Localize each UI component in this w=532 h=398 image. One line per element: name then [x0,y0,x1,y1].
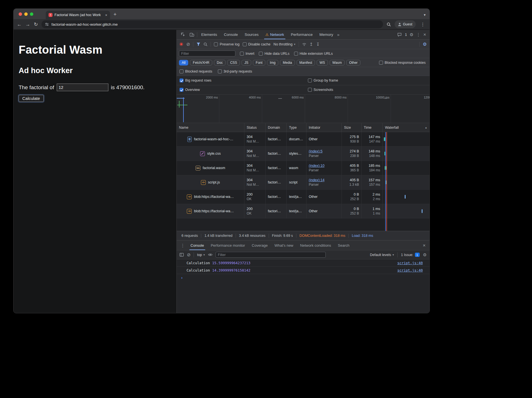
invert-checkbox[interactable]: Invert [240,52,254,56]
guest-profile-badge[interactable]: Guest [395,20,416,28]
filter-funnel-icon[interactable] [196,42,200,46]
tab-search-chevron-icon[interactable]: ▾ [424,13,426,17]
log-levels-dropdown[interactable]: Default levels ▾ [370,253,394,257]
filter-chip[interactable]: Font [253,60,265,65]
devtools-close-icon[interactable]: × [423,32,426,37]
tab-elements[interactable]: Elements [198,30,220,39]
filter-chip[interactable]: Doc [214,60,226,65]
disable-cache-checkbox[interactable]: Disable cache [243,42,271,46]
drawer-tab[interactable]: What's new [271,240,297,250]
calculate-button[interactable]: Calculate [19,95,44,102]
filter-chip[interactable]: All [179,60,188,65]
devtools-menu-icon[interactable]: ⋮ [416,32,421,37]
network-filter-input[interactable] [179,51,235,56]
console-prompt[interactable]: › [177,274,430,281]
filter-chip[interactable]: Img [267,60,278,65]
throttling-dropdown[interactable]: No throttling ▾ [273,42,295,46]
eye-icon[interactable] [208,253,213,256]
console-message[interactable]: Calculation 15.599999964237213 script.js… [177,259,430,267]
tab-sources[interactable]: Sources [242,30,262,39]
table-row[interactable]: blob:https://factorial-wa… 200 OK factor… [177,204,430,218]
console-sidebar-icon[interactable] [179,253,184,257]
record-button[interactable] [179,42,183,46]
column-header-domain[interactable]: Domain [266,123,287,132]
filter-chip[interactable]: JS [242,60,251,65]
drawer-menu-icon[interactable]: ⋮ [178,243,187,248]
console-message[interactable]: Calculation 14.399999976158142 script.js… [177,267,430,274]
zoom-icon[interactable] [387,22,391,27]
table-row[interactable]: blob:https://factorial-wa… 200 OK factor… [177,190,430,204]
drawer-close-icon[interactable]: × [423,243,428,248]
tab-close-icon[interactable]: × [104,13,108,17]
filter-chip[interactable]: WS [317,60,328,65]
filter-chip[interactable]: Fetch/XHR [190,60,212,65]
blocked-requests-checkbox[interactable]: Blocked requests [179,69,212,73]
network-settings-icon[interactable]: ⚙ [423,41,427,47]
filter-chip[interactable]: Wasm [330,60,345,65]
back-button[interactable]: ← [17,22,22,27]
export-har-icon[interactable]: ↧ [316,42,320,46]
screenshots-checkbox[interactable]: Screenshots [308,88,333,92]
drawer-tab[interactable]: Network conditions [297,240,334,250]
import-har-icon[interactable]: ↥ [310,42,313,46]
inspect-element-icon[interactable] [179,31,187,38]
column-header-waterfall[interactable]: Waterfall ▲ [383,123,430,132]
table-row[interactable]: factorial.wasm 304 Not M… factori… wasm … [177,161,430,175]
context-selector[interactable]: top ▾ [197,253,205,257]
tab-memory[interactable]: Memory [317,30,336,39]
column-header-type[interactable]: Type [287,123,306,132]
tab-network[interactable]: ⚠ Network [262,30,287,39]
devtools-settings-icon[interactable]: ⚙ [410,32,413,37]
search-icon[interactable] [203,42,207,46]
column-header-status[interactable]: Status [244,123,266,132]
tab-console[interactable]: Console [221,30,241,39]
overview-checkbox[interactable]: Overview [179,88,200,92]
clear-network-log-icon[interactable]: ⊘ [186,42,190,47]
browser-tab[interactable]: ! Factorial Wasm (ad hoc Work × [46,11,110,19]
filter-chip[interactable]: Other [346,60,360,65]
initiator-link[interactable]: (index):14 [309,178,339,182]
drawer-tab[interactable]: Performance monitor [207,240,248,250]
reload-button[interactable]: ↻ [34,22,38,27]
drawer-tab[interactable]: Console [187,240,207,250]
issues-bubble-icon[interactable] [396,31,404,38]
group-by-frame-checkbox[interactable]: Group by frame [308,78,338,82]
filter-chip[interactable]: CSS [227,60,240,65]
maximize-window-button[interactable] [30,12,33,16]
issues-counter[interactable]: 1 Issue: 1 [401,253,420,257]
device-toolbar-icon[interactable] [188,31,196,38]
close-window-button[interactable] [19,12,22,16]
site-settings-icon[interactable] [45,23,49,26]
preserve-log-checkbox[interactable]: Preserve log [214,42,239,46]
column-header-size[interactable]: Size [342,123,362,132]
browser-menu-icon[interactable]: ⋮ [419,22,426,27]
table-row[interactable]: style.css 304 Not M… factori… styles… (i… [177,146,430,161]
address-bar[interactable]: factorial-wasm-ad-hoc-worker.glitch.me [41,20,383,28]
table-row[interactable]: factorial-wasm-ad-hoc-… 304 Not M… facto… [177,132,430,146]
new-tab-button[interactable]: + [110,11,120,19]
console-settings-icon[interactable]: ⚙ [423,253,427,257]
network-conditions-icon[interactable] [302,43,306,46]
initiator-link[interactable]: (index):5 [309,149,339,153]
hide-data-urls-checkbox[interactable]: Hide data URLs [259,52,289,56]
filter-chip[interactable]: Manifest [297,60,315,65]
third-party-requests-checkbox[interactable]: 3rd-party requests [218,69,252,73]
minimize-window-button[interactable] [24,12,28,16]
more-tabs-icon[interactable]: » [337,32,340,37]
table-row[interactable]: script.js 304 Not M… factori… script (in… [177,175,430,190]
network-overview-timeline[interactable]: 2000 ms 4000 ms 6000 ms 8000 ms 10000 ms… [177,95,430,123]
factorial-input[interactable] [57,84,108,91]
big-request-rows-checkbox[interactable]: Big request rows [179,78,211,82]
forward-button[interactable]: → [25,22,30,27]
blocked-response-cookies-checkbox[interactable]: Blocked response cookies [379,61,427,65]
column-header-initiator[interactable]: Initiator [306,123,342,132]
url-text[interactable]: factorial-wasm-ad-hoc-worker.glitch.me [51,22,118,27]
drawer-tab[interactable]: Search [334,240,353,250]
message-source-link[interactable]: script.js:40 [397,268,423,272]
clear-console-icon[interactable]: ⊘ [187,253,191,257]
column-header-time[interactable]: Time [362,123,383,132]
initiator-link[interactable]: (index):10 [309,164,339,168]
message-source-link[interactable]: script.js:40 [397,261,423,265]
column-header-name[interactable]: Name [177,123,244,132]
console-filter-input[interactable] [216,252,326,258]
